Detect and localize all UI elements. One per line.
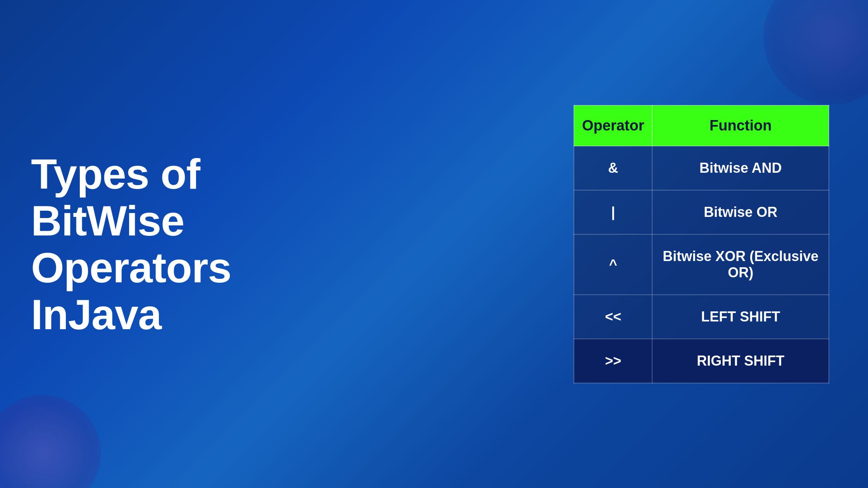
table-row: &Bitwise AND: [574, 146, 829, 190]
title-line-1: Types of BitWise: [31, 150, 200, 244]
operator-cell: >>: [574, 339, 652, 383]
function-cell: Bitwise OR: [652, 190, 829, 234]
right-section: Operator Function &Bitwise AND|Bitwise O…: [574, 105, 829, 383]
operator-cell: |: [574, 190, 652, 234]
function-column-header: Function: [652, 105, 829, 146]
operator-cell: <<: [574, 295, 652, 339]
function-cell: RIGHT SHIFT: [652, 339, 829, 383]
table-row: ^Bitwise XOR (Exclusive OR): [574, 234, 829, 295]
table-row: >>RIGHT SHIFT: [574, 339, 829, 383]
table-header: Operator Function: [574, 105, 829, 146]
page-title: Types of BitWise Operators InJava: [31, 150, 322, 338]
table-row: |Bitwise OR: [574, 190, 829, 234]
function-cell: Bitwise AND: [652, 146, 829, 190]
function-cell: Bitwise XOR (Exclusive OR): [652, 234, 829, 295]
decorative-circle-top-right: [763, 0, 868, 105]
operator-cell: ^: [574, 234, 652, 295]
operator-cell: &: [574, 146, 652, 190]
title-line-2: Operators InJava: [31, 244, 231, 338]
operators-table: Operator Function &Bitwise AND|Bitwise O…: [574, 105, 829, 383]
decorative-circle-bottom-left: [0, 395, 101, 488]
left-section: Types of BitWise Operators InJava: [31, 150, 322, 338]
header-row: Operator Function: [574, 105, 829, 146]
table-body: &Bitwise AND|Bitwise OR^Bitwise XOR (Exc…: [574, 146, 829, 383]
operator-column-header: Operator: [574, 105, 652, 146]
table-row: <<LEFT SHIFT: [574, 295, 829, 339]
function-cell: LEFT SHIFT: [652, 295, 829, 339]
